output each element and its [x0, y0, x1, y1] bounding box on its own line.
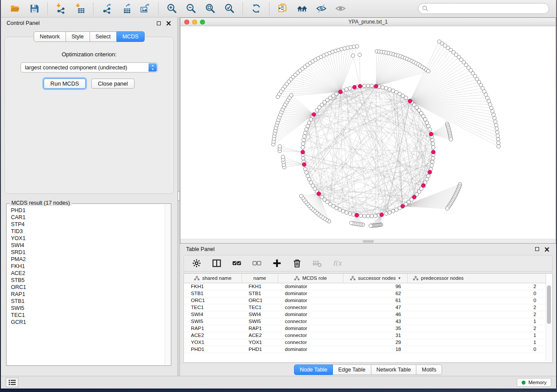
export-network-button[interactable] — [100, 2, 114, 16]
close-panel-icon[interactable]: × — [166, 21, 172, 26]
trash-icon — [292, 258, 302, 268]
table-row[interactable]: RAP1RAP1dominator352 — [184, 325, 546, 332]
table-row[interactable]: YOX1YOX1connector291 — [184, 339, 546, 346]
add-row-button[interactable] — [270, 258, 284, 268]
mcds-result-node[interactable]: RAP1 — [11, 291, 164, 298]
table-row[interactable]: SWI5SWI5connector431 — [184, 318, 546, 325]
network-canvas[interactable] — [180, 26, 556, 239]
column-header-successor-nodes[interactable]: successor nodes▾ — [343, 274, 407, 283]
network-horizontal-scrollbar[interactable] — [180, 239, 556, 243]
table-row[interactable]: PHD1PHD1dominator180 — [184, 346, 546, 353]
column-header-name[interactable]: name — [242, 274, 278, 283]
mcds-result-node[interactable]: FKH1 — [11, 263, 164, 270]
table-row[interactable]: SWI4SWI4dominator462 — [184, 311, 546, 318]
save-session-button[interactable] — [27, 2, 41, 16]
mcds-result-node[interactable]: YOX1 — [11, 235, 164, 242]
close-window-icon[interactable] — [184, 20, 189, 24]
table-panel-header: Table Panel × — [180, 244, 556, 254]
import-network-button[interactable] — [54, 2, 68, 16]
mcds-result-node[interactable]: CAR1 — [11, 214, 164, 221]
cell-mcds-role: dominator — [278, 290, 343, 297]
result-scrollbar[interactable] — [165, 204, 170, 365]
hide-selected-button[interactable] — [314, 2, 328, 16]
column-label: MCDS role — [302, 275, 327, 281]
mcds-result-node[interactable]: PMA2 — [11, 256, 164, 263]
columns-button[interactable] — [210, 258, 223, 268]
column-header-MCDS-role[interactable]: MCDS role — [278, 274, 343, 283]
trash-button[interactable] — [291, 258, 304, 268]
table-row[interactable]: TEC1TEC1connector472 — [184, 304, 546, 311]
mcds-result-node[interactable]: PHD1 — [11, 207, 164, 214]
right-column: YPA_prune.txt_1 Table Panel — [180, 17, 556, 376]
run-mcds-button[interactable]: Run MCDS — [44, 79, 86, 89]
first-neighbors-button[interactable] — [295, 2, 309, 16]
table-row[interactable]: FKH1FKH1dominator962 — [184, 283, 546, 290]
mcds-result-node[interactable]: SRD1 — [11, 249, 164, 256]
table-vertical-scrollbar[interactable] — [546, 283, 551, 361]
tab-motifs[interactable]: Motifs — [416, 364, 442, 375]
column-header-predecessor-nodes[interactable]: predecessor nodes — [407, 274, 546, 283]
zoom-out-button[interactable] — [184, 2, 198, 16]
export-table-button[interactable] — [119, 2, 133, 16]
network-graph[interactable] — [180, 26, 556, 239]
new-network-from-selection-button[interactable] — [276, 2, 290, 16]
criterion-select[interactable]: largest connected component (undirected)… — [21, 62, 158, 72]
mcds-panel: Optimization criterion: largest connecte… — [4, 37, 174, 194]
gear-button[interactable] — [190, 258, 203, 268]
float-panel-icon[interactable] — [157, 21, 161, 25]
mcds-result-node[interactable]: ACE2 — [11, 270, 164, 277]
mcds-result-node[interactable]: TID3 — [11, 228, 164, 235]
select-all-button[interactable] — [230, 258, 243, 268]
table-row[interactable]: ACE2ACE2connector311 — [184, 332, 546, 339]
mcds-result-node[interactable]: SWI4 — [11, 242, 164, 249]
tab-style[interactable]: Style — [66, 31, 90, 42]
cell-predecessor-nodes: 2 — [407, 304, 546, 311]
mcds-result-node[interactable]: SWI5 — [11, 305, 164, 312]
main-area: Control Panel × NetworkStyleSelectMCDS O… — [1, 17, 556, 376]
control-panel: Control Panel × NetworkStyleSelectMCDS O… — [1, 17, 177, 376]
tab-mcds[interactable]: MCDS — [117, 31, 145, 42]
open-file-button[interactable] — [8, 2, 22, 16]
show-all-button[interactable] — [333, 2, 347, 16]
mcds-result-node[interactable]: ORC1 — [11, 284, 164, 291]
mcds-result-node[interactable]: TEC1 — [11, 312, 164, 319]
float-table-panel-icon[interactable] — [535, 247, 539, 251]
table-row[interactable]: STB1STB1dominator620 — [184, 290, 546, 297]
minimize-window-icon[interactable] — [192, 20, 197, 24]
tab-network-table[interactable]: Network Table — [371, 364, 417, 375]
select-all-icon — [232, 258, 242, 268]
mcds-result-node[interactable]: GCR1 — [11, 319, 164, 326]
toolbar-separator — [93, 3, 93, 15]
import-table-button[interactable] — [73, 2, 87, 16]
export-image-button[interactable] — [138, 2, 152, 16]
table-row[interactable]: ORC1ORC1dominator610 — [184, 297, 546, 304]
close-panel-button[interactable]: Close panel — [91, 79, 135, 89]
deselect-all-button[interactable] — [250, 258, 263, 268]
zoom-fit-button[interactable] — [203, 2, 217, 16]
zoom-in-button[interactable] — [165, 2, 179, 16]
tab-network[interactable]: Network — [34, 31, 66, 42]
zoom-selected-button[interactable] — [222, 2, 236, 16]
close-table-panel-icon[interactable]: × — [544, 247, 550, 252]
tab-node-table[interactable]: Node Table — [294, 364, 333, 375]
zoom-fit-icon — [205, 3, 216, 14]
memory-button[interactable]: Memory — [517, 378, 551, 387]
divider-handle[interactable] — [177, 191, 180, 201]
column-header-shared-name[interactable]: shared name — [184, 274, 242, 283]
task-history-button[interactable] — [6, 378, 18, 387]
scrollbar-thumb[interactable] — [547, 285, 551, 324]
cell-shared-name: SWI4 — [184, 311, 242, 318]
mcds-result-node[interactable]: STP4 — [11, 221, 164, 228]
scrollbar-thumb[interactable] — [363, 240, 374, 243]
apply-layout-button[interactable] — [249, 2, 263, 16]
table-panel-title: Table Panel — [186, 246, 214, 252]
maximize-window-icon[interactable] — [200, 20, 205, 24]
panel-split-divider[interactable] — [177, 17, 180, 376]
network-window-title: YPA_prune.txt_1 — [180, 19, 556, 25]
mcds-result-node[interactable]: STB1 — [11, 298, 164, 305]
tab-select[interactable]: Select — [90, 31, 117, 42]
mcds-result-node[interactable]: STB5 — [11, 277, 164, 284]
toolbar-separator — [242, 3, 243, 15]
search-input[interactable] — [418, 3, 549, 14]
tab-edge-table[interactable]: Edge Table — [333, 364, 371, 375]
